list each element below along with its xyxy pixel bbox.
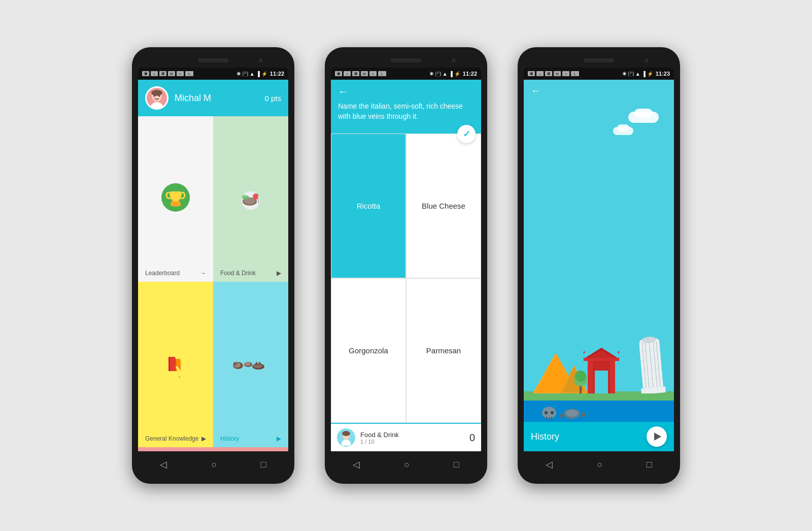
- status-icons-left-3: ▣ ⌂ ▦ M ≈ L: [528, 71, 579, 76]
- check-circle: ✓: [457, 125, 476, 143]
- history-illustration: [524, 102, 674, 422]
- chinese-gate-svg: [584, 348, 619, 393]
- recent-btn-2[interactable]: □: [454, 459, 459, 470]
- svg-marker-54: [586, 350, 617, 359]
- answer-grid: Ricotta ✓ Blue Cheese Gorgonzola Parmesa…: [331, 134, 481, 423]
- gk-label: General Knowledge: [145, 435, 198, 442]
- svg-point-71: [542, 407, 556, 419]
- answer-blue-cheese-text: Blue Cheese: [422, 202, 465, 210]
- gk-arrow: ▶: [201, 435, 206, 442]
- svg-point-73: [551, 411, 554, 414]
- svg-rect-37: [256, 362, 257, 364]
- screen-3: ▣ ⌂ ▦ M ≈ L ✳ 📳 ▲ ▐ ⚡ 11:23 ←: [524, 68, 674, 451]
- si-2: ⌂: [344, 71, 351, 76]
- phone-bottom-3: ◁ ○ □: [524, 451, 674, 478]
- speaker-1: [198, 58, 228, 62]
- status-icon-3: ▦: [159, 71, 166, 76]
- dino-icon: [230, 350, 271, 376]
- phone-top-3: [524, 53, 674, 68]
- status-bar-2: ▣ ⌂ ▦ M ≈ L ✳ 📳 ▲ ▐ ⚡ 11:22: [331, 68, 481, 80]
- home-btn-3[interactable]: ○: [597, 459, 602, 470]
- back-arrow-2[interactable]: ←: [338, 86, 474, 97]
- username: Michal M: [175, 93, 258, 104]
- home-btn-2[interactable]: ○: [404, 459, 410, 470]
- back-arrow-3[interactable]: ←: [524, 80, 674, 102]
- signal-icon-3: ▐: [642, 71, 646, 77]
- back-btn-2[interactable]: ◁: [353, 459, 360, 470]
- camera-2: [452, 58, 456, 62]
- camera-3: [645, 58, 649, 62]
- svg-point-76: [560, 414, 564, 418]
- phone-top-2: [331, 53, 481, 68]
- food-label: Food & Drink: [220, 270, 256, 277]
- svg-rect-56: [588, 359, 593, 393]
- answer-blue-cheese[interactable]: ✓ Blue Cheese: [406, 134, 481, 278]
- wifi-icon-1: ▲: [250, 71, 255, 77]
- home-btn-1[interactable]: ○: [211, 459, 217, 470]
- history-label: History: [220, 435, 239, 442]
- phone-2: ▣ ⌂ ▦ M ≈ L ✳ 📳 ▲ ▐ ⚡ 11:22 ← Name the I…: [325, 47, 487, 484]
- answer-parmesan[interactable]: Parmesan: [406, 278, 481, 423]
- si3-5: ≈: [562, 71, 569, 76]
- svg-rect-21: [168, 357, 170, 371]
- food-drink-cell[interactable]: Food & Drink ▶: [213, 116, 288, 282]
- svg-marker-26: [179, 376, 181, 379]
- phone-bottom-2: ◁ ○ □: [331, 451, 481, 478]
- back-btn-3[interactable]: ◁: [546, 459, 553, 470]
- svg-point-72: [545, 411, 548, 414]
- food-label-bar: Food & Drink ▶: [219, 270, 282, 277]
- svg-rect-52: [595, 371, 608, 393]
- svg-point-31: [233, 362, 235, 364]
- svg-point-75: [566, 410, 578, 417]
- si-4: M: [361, 71, 368, 76]
- si-1: ▣: [335, 71, 342, 76]
- si3-3: ▦: [545, 71, 552, 76]
- svg-rect-15: [255, 193, 256, 195]
- check-mark: ✓: [463, 128, 470, 140]
- vibrate-icon-1: 📳: [242, 71, 248, 77]
- answer-ricotta-text: Ricotta: [357, 202, 381, 210]
- camera-1: [259, 58, 263, 62]
- leaderboard-cell[interactable]: Leaderboard →: [138, 116, 213, 282]
- gk-label-bar: General Knowledge ▶: [144, 435, 207, 442]
- status-icon-1: ▣: [142, 71, 149, 76]
- status-icons-left-1: ▣ ⌂ ▦ M ≈ L: [142, 71, 193, 76]
- recent-btn-1[interactable]: □: [261, 459, 266, 470]
- wifi-icon-2: ▲: [443, 71, 448, 77]
- q-avatar: [337, 428, 355, 447]
- trophy-icon: [159, 181, 192, 214]
- pink-accent-bar: [138, 447, 288, 451]
- footer-info: Food & Drink 1 / 10: [360, 431, 464, 445]
- status-icons-left-2: ▣ ⌂ ▦ M ≈ L: [335, 71, 386, 76]
- time-2: 11:22: [463, 71, 477, 77]
- history-cell[interactable]: History ▶: [213, 282, 288, 447]
- history-title: History: [531, 432, 559, 442]
- answer-ricotta[interactable]: Ricotta: [331, 134, 406, 278]
- recent-btn-3[interactable]: □: [647, 459, 652, 470]
- time-1: 11:22: [270, 71, 284, 77]
- vibrate-icon-2: 📳: [435, 71, 441, 77]
- ocean-fossils-svg: [539, 403, 590, 421]
- back-btn-1[interactable]: ◁: [160, 459, 167, 470]
- history-screen-body: ←: [524, 80, 674, 451]
- status-icons-right-2: ✳ 📳 ▲ ▐ ⚡ 11:22: [429, 71, 477, 77]
- leaderboard-icon-container: [159, 125, 192, 270]
- svg-point-33: [245, 362, 251, 366]
- status-icon-6: L: [185, 71, 193, 76]
- status-icon-2: ⌂: [151, 71, 158, 76]
- answer-gorgonzola[interactable]: Gorgonzola: [331, 278, 406, 423]
- screen-2: ▣ ⌂ ▦ M ≈ L ✳ 📳 ▲ ▐ ⚡ 11:22 ← Name the I…: [331, 68, 481, 451]
- bt-icon-3: ✳: [622, 71, 626, 77]
- svg-rect-8: [171, 203, 181, 205]
- play-button[interactable]: [647, 426, 667, 447]
- si3-6: L: [571, 71, 579, 76]
- answer-gorgonzola-text: Gorgonzola: [349, 346, 388, 355]
- leaderboard-label-bar: Leaderboard →: [144, 270, 207, 277]
- svg-point-17: [242, 195, 247, 198]
- general-knowledge-cell[interactable]: General Knowledge ▶: [138, 282, 213, 447]
- food-arrow: ▶: [277, 270, 281, 277]
- history-footer-bar: History: [524, 422, 674, 451]
- signal-icon-2: ▐: [449, 71, 453, 77]
- svg-rect-48: [580, 385, 582, 393]
- bt-icon-1: ✳: [236, 71, 241, 77]
